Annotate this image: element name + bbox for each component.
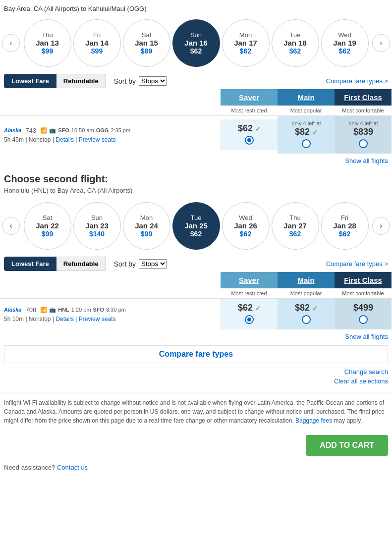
second-saver-radio[interactable] [245,315,254,324]
second-preview-seats-link[interactable]: Preview seats [79,316,116,323]
second-saver-subtitle: Most restricted [221,288,278,298]
first-date-pill-0[interactable]: ThuJan 13$99 [24,19,71,67]
second-saver-header[interactable]: Saver [221,272,278,288]
first-firstclass-price-col[interactable]: only 4 left at $839 [335,116,392,154]
route-text: Bay Area, CA (All Airports) to Kahului/M… [4,5,147,12]
first-saver-price-col[interactable]: $62 ✓ [221,119,278,150]
second-details-link[interactable]: Details [56,316,74,323]
lowest-fare-tab-2[interactable]: Lowest Fare [4,257,56,271]
first-airline-logo: Alaska [4,127,21,133]
second-flight-icons: 📶 📺 HNL 1:20 pm SFO 8:30 pm [40,307,126,313]
first-date-pill-1[interactable]: FriJan 14$99 [73,19,121,67]
second-flight-title: Choose second flight: [0,167,392,186]
first-flight-num: 743 [25,127,36,134]
second-fare-tabs: Lowest Fare Refundable [4,257,106,271]
first-main-radio[interactable] [302,139,311,148]
first-firstclass-note: only 4 left at [337,120,390,127]
first-main-price-col[interactable]: only 4 left at $82 ✓ [278,116,335,154]
second-firstclass-header[interactable]: First Class [335,272,392,288]
first-flight-row: Alaska 743 📶 📺 SFO 10:50 am OGG 2:35 pm … [0,115,392,154]
refundable-tab-1[interactable]: Refundable [56,74,106,88]
clear-selections-link[interactable]: Clear all selections [334,377,388,386]
second-duration: 5h 10m [4,316,24,323]
second-fare-subtitles: Most restricted Most popular Most comfor… [0,288,392,298]
second-main-price-col[interactable]: $82 ✓ [278,299,335,329]
first-flight-details: Alaska 743 📶 📺 SFO 10:50 am OGG 2:35 pm … [0,122,221,148]
first-show-all-link[interactable]: Show all flights [345,157,388,164]
second-arrival-time: 8:30 pm [106,307,126,313]
first-main-check: ✓ [312,129,318,136]
second-firstclass-price: $499 [337,303,390,313]
first-date-pill-5[interactable]: TueJan 18$62 [272,19,319,67]
second-sort-row: Sort by Stops [114,259,167,269]
first-firstclass-header[interactable]: First Class [335,89,392,106]
first-date-pill-3[interactable]: SunJan 16$62 [172,19,220,67]
second-date-pill-2[interactable]: MonJan 24$99 [123,202,170,250]
second-departure-time: 1:20 pm [71,307,91,313]
baggage-fees-link[interactable]: Baggage fees [295,417,332,424]
second-saver-price-col[interactable]: $62 ✓ [221,299,278,329]
second-firstclass-subtitle: Most comfortable [335,288,392,298]
second-date-pill-5[interactable]: ThuJan 27$62 [272,202,319,250]
second-main-price: $82 ✓ [280,303,333,313]
first-firstclass-radio[interactable] [359,139,368,148]
second-date-pill-3[interactable]: TueJan 25$62 [172,202,220,250]
second-firstclass-price-col[interactable]: $499 [335,299,392,329]
second-fare-header: Saver Main First Class [0,272,392,288]
first-details-link[interactable]: Details [56,136,74,143]
second-departure-airport: HNL [58,307,69,313]
date-next-button-2[interactable]: › [372,217,390,235]
first-date-pill-4[interactable]: MonJan 17$62 [222,19,270,67]
first-flight-date-selector: ‹ ThuJan 13$99FriJan 14$99SatJan 15$89Su… [0,15,392,71]
second-date-pill-0[interactable]: SatJan 22$99 [24,202,71,250]
page-header: Bay Area, CA (All Airports) to Kahului/M… [0,0,392,15]
first-date-pill-2[interactable]: SatJan 15$89 [123,19,170,67]
first-flight-icons: 📶 📺 SFO 10:50 am OGG 2:35 pm [40,127,130,134]
second-main-radio[interactable] [302,315,311,324]
first-fare-subtitles: Most restricted Most popular Most comfor… [0,106,392,115]
first-firstclass-price: $839 [337,127,390,137]
first-saver-check: ✓ [255,125,261,133]
first-sort-select[interactable]: Stops [139,76,167,86]
second-fare-controls: Lowest Fare Refundable Sort by Stops Com… [0,254,392,272]
disclaimer: Inflight Wi-Fi availability is subject t… [0,392,392,431]
contact-us-link[interactable]: Contact us [57,464,88,471]
lowest-fare-tab-1[interactable]: Lowest Fare [4,74,56,88]
second-flight-info-spacer [0,272,221,288]
second-compare-link[interactable]: Compare fare types > [326,260,388,268]
second-date-pill-1[interactable]: SunJan 23$140 [73,202,121,250]
first-arrival-airport: OGG [96,127,109,133]
baggage-suffix: may apply. [334,417,362,424]
compare-fare-types-link[interactable]: Compare fare types [159,350,233,358]
second-flight-meta: 5h 10m | Nonstop | Details | Preview sea… [4,316,217,323]
first-preview-seats-link[interactable]: Preview seats [79,136,116,143]
second-flight-row: Alaska 708 📶 📺 HNL 1:20 pm SFO 8:30 pm 5… [0,298,392,329]
second-date-pill-6[interactable]: FriJan 28$62 [321,202,369,250]
second-saver-check: ✓ [255,305,261,312]
first-date-pill-6[interactable]: WedJan 19$62 [321,19,369,67]
first-saver-header[interactable]: Saver [221,89,278,106]
bottom-links: Change search Clear all selections [0,365,392,388]
second-date-pills: SatJan 22$99SunJan 23$140MonJan 24$99Tue… [22,202,370,250]
first-main-header[interactable]: Main [278,89,335,106]
second-date-pill-4[interactable]: WedJan 26$62 [222,202,270,250]
second-flight-num: 708 [25,306,36,314]
change-search-link[interactable]: Change search [344,367,388,377]
second-main-header[interactable]: Main [278,272,335,288]
add-to-cart-button[interactable]: ADD TO CART [306,435,388,456]
second-main-check: ✓ [312,305,318,312]
date-prev-button[interactable]: ‹ [2,34,20,52]
tv-icon: 📺 [49,127,56,134]
second-show-all-link[interactable]: Show all flights [345,333,388,340]
date-next-button[interactable]: › [372,34,390,52]
second-sort-select[interactable]: Stops [139,259,167,269]
first-compare-link[interactable]: Compare fare types > [326,77,388,85]
refundable-tab-2[interactable]: Refundable [56,257,106,271]
second-firstclass-radio[interactable] [359,315,368,324]
date-prev-button-2[interactable]: ‹ [2,217,20,235]
first-saver-radio[interactable] [245,136,254,145]
first-sort-label: Sort by [114,77,136,85]
first-sort-row: Sort by Stops [114,76,167,86]
first-saver-subtitle: Most restricted [221,106,278,115]
first-flight-info-spacer [0,89,221,106]
